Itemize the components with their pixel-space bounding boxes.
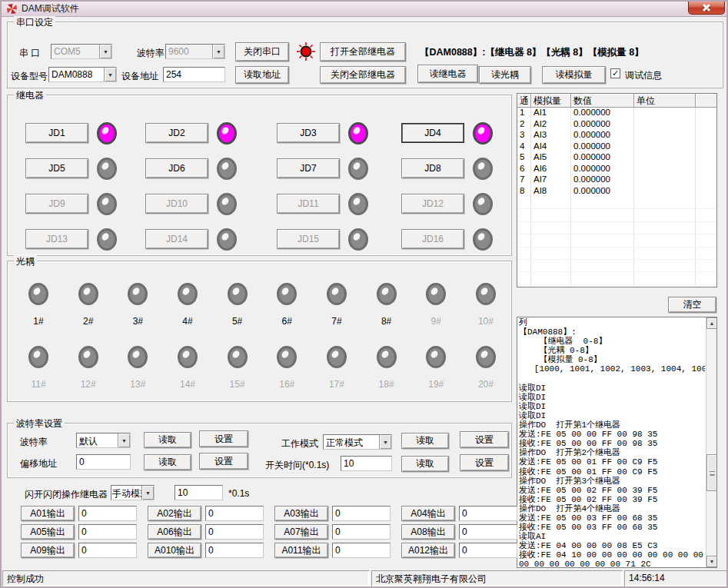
work-mode-set-button[interactable]: 设置 bbox=[460, 431, 509, 448]
flash-mode-select[interactable]: 手动模式 ▼ bbox=[111, 485, 155, 500]
column-header[interactable]: 模拟量 bbox=[531, 94, 571, 108]
ao-input-a02[interactable] bbox=[205, 506, 264, 521]
ao-button-a07[interactable]: A07输出 bbox=[274, 524, 328, 540]
column-header[interactable]: 通 bbox=[517, 94, 531, 108]
ao-button-a09[interactable]: A09输出 bbox=[21, 543, 75, 558]
table-row[interactable]: 6AI60.000000 bbox=[517, 164, 716, 175]
opto-led-12 bbox=[78, 346, 98, 368]
chevron-down-icon[interactable]: ▼ bbox=[104, 68, 116, 81]
clear-log-button[interactable]: 清空 bbox=[668, 297, 716, 313]
relay-button-jd3[interactable]: JD3 bbox=[277, 123, 340, 143]
relay-button-jd13[interactable]: JD13 bbox=[25, 229, 88, 249]
log-scrollbar[interactable]: ▲ ▼ bbox=[706, 317, 716, 567]
relay-button-jd5[interactable]: JD5 bbox=[25, 158, 88, 178]
ao-input-a01[interactable] bbox=[78, 506, 137, 521]
table-cell bbox=[696, 108, 716, 119]
relay-button-jd6[interactable]: JD6 bbox=[145, 158, 208, 178]
offset-set-button[interactable]: 设置 bbox=[199, 453, 248, 470]
device-address-input[interactable] bbox=[163, 67, 225, 82]
relay-button-jd4[interactable]: JD4 bbox=[401, 123, 464, 143]
log-panel[interactable]: 列 【DAM0888】: 【继电器 0-8】 【光耦 0-8】 【模拟量 0-8… bbox=[517, 317, 717, 568]
analog-table[interactable]: 通模拟量数值单位1AI10.0000002AI20.0000003AI30.00… bbox=[517, 93, 717, 287]
close-button[interactable] bbox=[688, 2, 725, 15]
switch-time-input[interactable] bbox=[341, 456, 392, 471]
scrollbar-thumb[interactable] bbox=[706, 454, 717, 491]
table-row[interactable]: 4AI40.000000 bbox=[517, 141, 716, 153]
baud-setting-select[interactable]: 默认 ▼ bbox=[76, 433, 131, 448]
serial-open-indicator-icon bbox=[297, 42, 315, 61]
ao-button-a05[interactable]: A05输出 bbox=[21, 524, 75, 540]
open-all-relays-button[interactable]: 打开全部继电器 bbox=[320, 42, 406, 61]
relay-button-jd14[interactable]: JD14 bbox=[145, 229, 208, 249]
column-header[interactable]: 单位 bbox=[634, 94, 696, 108]
relay-button-jd1[interactable]: JD1 bbox=[25, 123, 88, 143]
ao-input-a09[interactable] bbox=[78, 543, 137, 558]
ao-input-a06[interactable] bbox=[205, 524, 264, 540]
relay-button-jd9[interactable]: JD9 bbox=[25, 194, 88, 214]
chevron-down-icon[interactable]: ▼ bbox=[141, 486, 154, 500]
read-analog-button[interactable]: 读模拟量 bbox=[542, 66, 606, 84]
switch-time-set-button[interactable]: 设置 bbox=[460, 454, 509, 471]
scroll-down-icon[interactable]: ▼ bbox=[706, 556, 717, 567]
ao-button-a012[interactable]: A012输出 bbox=[401, 543, 455, 558]
ao-button-a06[interactable]: A06输出 bbox=[148, 524, 201, 540]
ao-input-a08[interactable] bbox=[459, 524, 517, 540]
ao-button-a011[interactable]: A011输出 bbox=[274, 543, 328, 558]
ao-button-a01[interactable]: A01输出 bbox=[21, 506, 75, 521]
table-row[interactable]: 5AI50.000000 bbox=[517, 152, 716, 164]
table-row[interactable]: 7AI70.000000 bbox=[517, 174, 716, 186]
ao-input-a03[interactable] bbox=[332, 506, 391, 521]
relay-button-jd2[interactable]: JD2 bbox=[145, 123, 208, 143]
read-opto-button[interactable]: 读光耦 bbox=[479, 66, 531, 84]
column-header[interactable] bbox=[696, 94, 716, 108]
switch-time-read-button[interactable]: 读取 bbox=[401, 456, 449, 472]
opto-led-11 bbox=[28, 346, 48, 368]
ao-button-a04[interactable]: A04输出 bbox=[401, 506, 455, 521]
read-relay-button[interactable]: 读继电器 bbox=[417, 65, 478, 83]
relay-button-jd11[interactable]: JD11 bbox=[277, 194, 340, 214]
table-row[interactable]: 3AI30.000000 bbox=[517, 130, 716, 141]
baud-read-button[interactable]: 读取 bbox=[144, 432, 191, 448]
relay-button-jd12[interactable]: JD12 bbox=[401, 194, 464, 214]
table-row[interactable]: 2AI20.000000 bbox=[517, 119, 716, 131]
relay-led-jd11 bbox=[348, 193, 368, 215]
chevron-down-icon[interactable]: ▼ bbox=[118, 434, 130, 447]
ao-button-a010[interactable]: A010输出 bbox=[148, 543, 201, 558]
work-mode-select[interactable]: 正常模式 ▼ bbox=[323, 434, 392, 450]
ao-input-a07[interactable] bbox=[332, 524, 391, 540]
port-select[interactable]: COM5 ▼ bbox=[51, 44, 112, 59]
column-header[interactable]: 数值 bbox=[571, 94, 634, 108]
scroll-up-icon[interactable]: ▲ bbox=[706, 317, 717, 329]
ao-input-a011[interactable] bbox=[332, 543, 391, 558]
table-row[interactable]: 1AI10.000000 bbox=[517, 108, 716, 119]
debug-checkbox[interactable]: ✓ bbox=[610, 68, 620, 78]
ao-button-a03[interactable]: A03输出 bbox=[274, 506, 328, 521]
close-all-relays-button[interactable]: 关闭全部继电器 bbox=[320, 66, 406, 84]
ao-input-a012[interactable] bbox=[459, 543, 517, 558]
chevron-down-icon[interactable]: ▼ bbox=[99, 45, 111, 58]
table-cell: 0.000000 bbox=[571, 130, 634, 141]
ao-input-a04[interactable] bbox=[459, 506, 517, 521]
close-serial-button[interactable]: 关闭串口 bbox=[235, 42, 289, 61]
work-mode-read-button[interactable]: 读取 bbox=[401, 433, 449, 449]
baud-select[interactable]: 9600 ▼ bbox=[165, 44, 225, 59]
baud-set-button[interactable]: 设置 bbox=[199, 430, 248, 447]
table-row[interactable]: 8AI80.000000 bbox=[517, 186, 716, 198]
relay-button-jd8[interactable]: JD8 bbox=[401, 158, 464, 178]
read-address-button[interactable]: 读取地址 bbox=[235, 66, 289, 84]
relay-button-jd15[interactable]: JD15 bbox=[277, 229, 340, 249]
ao-input-a010[interactable] bbox=[205, 543, 264, 558]
relay-button-jd7[interactable]: JD7 bbox=[277, 158, 340, 178]
relay-button-jd16[interactable]: JD16 bbox=[401, 229, 464, 249]
model-select[interactable]: DAM0888 ▼ bbox=[48, 67, 117, 82]
chevron-down-icon[interactable]: ▼ bbox=[379, 435, 391, 449]
ao-button-a02[interactable]: A02输出 bbox=[148, 506, 201, 521]
offset-address-input[interactable] bbox=[76, 454, 131, 470]
ao-button-a08[interactable]: A08输出 bbox=[401, 524, 455, 540]
flash-time-input[interactable] bbox=[175, 485, 223, 500]
offset-read-button[interactable]: 读取 bbox=[144, 454, 191, 470]
relay-button-jd10[interactable]: JD10 bbox=[145, 194, 208, 214]
titlebar[interactable]: DAM调试软件 bbox=[2, 2, 726, 17]
ao-input-a05[interactable] bbox=[78, 524, 137, 540]
chevron-down-icon[interactable]: ▼ bbox=[212, 45, 224, 58]
